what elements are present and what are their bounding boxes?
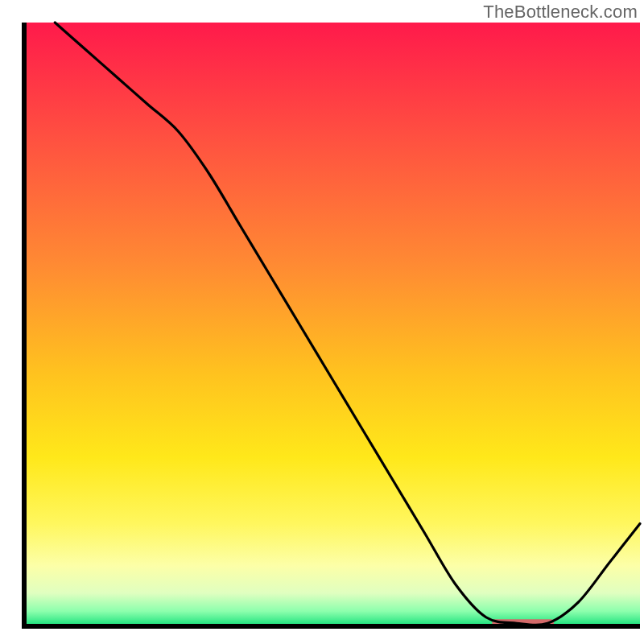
chart-container: TheBottleneck.com [0, 0, 644, 644]
chart-svg [0, 0, 644, 644]
chart-background [24, 23, 640, 626]
